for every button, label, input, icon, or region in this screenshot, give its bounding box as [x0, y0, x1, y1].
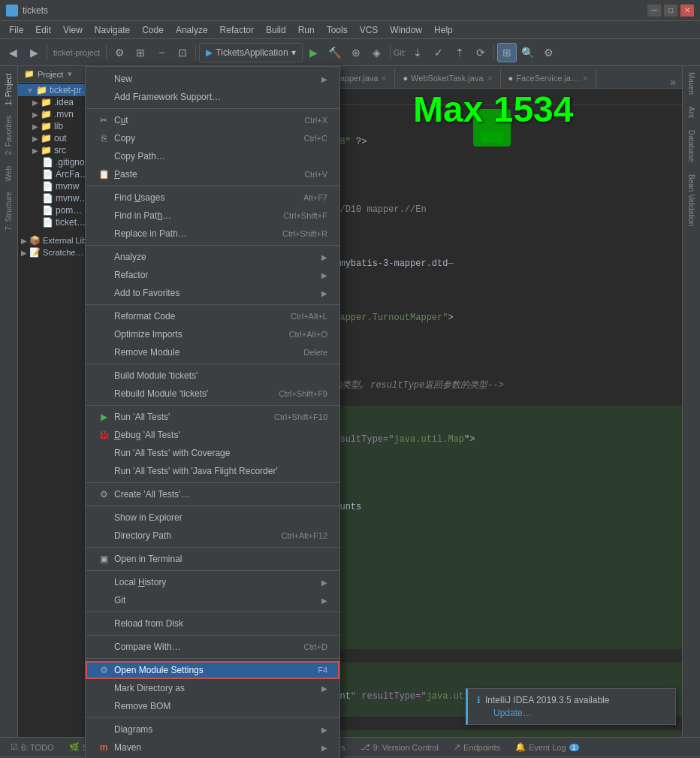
close-button[interactable]: ✕ — [680, 5, 694, 17]
cm-item-diagrams[interactable]: Diagrams ▶ — [86, 720, 339, 738]
cm-item-local-history[interactable]: Local History ▶ — [86, 573, 339, 591]
endpoints-icon: ↗ — [454, 742, 460, 752]
menu-run[interactable]: Run — [292, 23, 321, 37]
panel-dropdown-arrow[interactable]: ▾ — [68, 69, 72, 79]
run-widget-button[interactable]: ⊞ — [497, 43, 517, 62]
menu-navigate[interactable]: Navigate — [89, 23, 136, 37]
tab-more-button[interactable]: » — [664, 76, 682, 88]
sidebar-tab-web[interactable]: Web — [2, 162, 15, 186]
cm-item-mark-directory[interactable]: Mark Directory as ▶ — [86, 679, 339, 697]
cm-item-find-in-path[interactable]: Find in Path… Ctrl+Shift+F — [86, 207, 339, 225]
cm-item-copy-path[interactable]: Copy Path… — [86, 147, 339, 165]
right-tab-database[interactable]: Database — [685, 124, 698, 168]
menu-edit[interactable]: Edit — [29, 23, 57, 37]
cm-item-cut[interactable]: ✂ Cut Ctrl+X — [86, 111, 339, 129]
tab-face[interactable]: ● FaceService.ja… ✕ — [501, 68, 596, 88]
notification-icon: ℹ — [477, 695, 481, 705]
settings-gear[interactable]: ⚙ — [539, 43, 559, 62]
right-tab-bean-validation[interactable]: Bean Validation — [685, 168, 698, 232]
menu-file[interactable]: File — [3, 23, 29, 37]
cm-item-paste[interactable]: 📋 Paste Ctrl+V — [86, 165, 339, 183]
cm-item-open-terminal[interactable]: ▣ Open in Terminal — [86, 550, 339, 568]
cm-item-reformat[interactable]: Reformat Code Ctrl+Alt+L — [86, 307, 339, 325]
git-push[interactable]: ⇡ — [450, 43, 469, 62]
toolbar-layout[interactable]: ⊞ — [131, 43, 150, 62]
tab-close-ws[interactable]: ✕ — [487, 74, 493, 83]
cm-item-run-coverage[interactable]: Run 'All Tests' with Coverage — [86, 444, 339, 462]
menu-vcs[interactable]: VCS — [354, 23, 385, 37]
menu-build[interactable]: Build — [260, 23, 292, 37]
bottom-tab-todo[interactable]: ☑ 6: TODO — [3, 740, 62, 754]
cm-item-analyze[interactable]: Analyze ▶ — [86, 248, 339, 266]
tab-close-face[interactable]: ✕ — [582, 74, 588, 83]
cm-item-new[interactable]: New ▶ — [86, 70, 339, 88]
cm-open-module-shortcut: F4 — [318, 666, 327, 675]
cm-rebuild-label: Rebuild Module 'tickets' — [114, 388, 208, 399]
cm-build-module-icon — [98, 370, 110, 382]
cm-item-show-explorer[interactable]: Show in Explorer — [86, 509, 339, 527]
menu-code[interactable]: Code — [136, 23, 170, 37]
notification-update-link[interactable]: Update… — [493, 708, 532, 718]
toolbar-minus[interactable]: − — [152, 43, 171, 62]
right-tab-ant[interactable]: Ant — [685, 101, 698, 124]
cm-item-rebuild-module[interactable]: Rebuild Module 'tickets' Ctrl+Shift+F9 — [86, 385, 339, 403]
tree-expand-icon: ▼ — [26, 86, 34, 95]
cm-item-copy[interactable]: ⎘ Copy Ctrl+C — [86, 129, 339, 147]
back-button[interactable]: ◀ — [3, 43, 23, 62]
bottom-tab-event-log[interactable]: 🔔 Event Log 1 — [508, 740, 587, 754]
cm-item-add-framework[interactable]: Add Framework Support… — [86, 88, 339, 106]
forward-button[interactable]: ▶ — [24, 43, 44, 62]
build-button[interactable]: 🔨 — [325, 43, 345, 62]
bottom-tab-endpoints[interactable]: ↗ Endpoints — [446, 740, 508, 754]
coverage-button[interactable]: ⊛ — [346, 43, 366, 62]
toolbar: ◀ ▶ ticket-project ⚙ ⊞ − ⊡ ▶ TicketsAppl… — [0, 39, 700, 66]
cm-reload-icon — [98, 618, 110, 630]
cm-item-replace-in-path[interactable]: Replace in Path… Ctrl+Shift+R — [86, 225, 339, 243]
cm-item-run-tests[interactable]: ▶ Run 'All Tests' Ctrl+Shift+F10 — [86, 408, 339, 426]
cm-item-debug-tests[interactable]: 🐞 Debug 'All Tests' — [86, 426, 339, 444]
cm-item-maven[interactable]: m Maven ▶ — [86, 738, 339, 756]
git-history[interactable]: ⟳ — [471, 43, 490, 62]
toolbar-settings[interactable]: ⚙ — [110, 43, 129, 62]
sidebar-tab-project[interactable]: 1: Project — [2, 69, 15, 110]
sidebar-tab-structure[interactable]: 7: Structure — [2, 187, 15, 235]
toolbar-expand[interactable]: ⊡ — [173, 43, 192, 62]
cm-item-remove-module[interactable]: Remove Module Delete — [86, 343, 339, 361]
run-button[interactable]: ▶ — [304, 43, 324, 62]
cm-item-build-module[interactable]: Build Module 'tickets' — [86, 367, 339, 385]
cm-item-reload[interactable]: Reload from Disk — [86, 615, 339, 633]
event-log-badge: 1 — [569, 744, 579, 751]
sidebar-tab-favorites[interactable]: 2: Favorites — [2, 111, 15, 159]
run-config-dropdown[interactable]: ▶ TicketsApplication ▾ — [199, 43, 302, 62]
menu-view[interactable]: View — [57, 23, 89, 37]
menu-analyze[interactable]: Analyze — [170, 23, 214, 37]
menu-window[interactable]: Window — [384, 23, 428, 37]
cm-item-create-tests[interactable]: ⚙ Create 'All Tests'… — [86, 485, 339, 503]
cm-item-refactor[interactable]: Refactor ▶ — [86, 266, 339, 284]
tab-label-face: FaceService.ja… — [516, 74, 579, 83]
git-update[interactable]: ⇣ — [408, 43, 427, 62]
cm-item-compare[interactable]: Compare With… Ctrl+D — [86, 638, 339, 656]
cm-item-open-module-settings[interactable]: ⚙ Open Module Settings F4 — [86, 661, 339, 679]
right-tab-maven[interactable]: Maven — [685, 66, 698, 101]
git-commit[interactable]: ✓ — [429, 43, 448, 62]
cm-item-git[interactable]: Git ▶ — [86, 591, 339, 609]
dropdown-arrow: ▾ — [291, 47, 296, 58]
minimize-button[interactable]: ─ — [647, 5, 661, 17]
menu-refactor[interactable]: Refactor — [214, 23, 260, 37]
profile-button[interactable]: ◈ — [367, 43, 387, 62]
cm-item-optimize-imports[interactable]: Optimize Imports Ctrl+Alt+O — [86, 325, 339, 343]
tab-close-java[interactable]: ✕ — [381, 74, 387, 83]
menu-help[interactable]: Help — [428, 23, 459, 37]
tab-websocket[interactable]: ● WebSoketTask.java ✕ — [395, 68, 500, 88]
bottom-tab-version-control[interactable]: ⎇ 9: Version Control — [353, 740, 446, 754]
cm-item-find-usages[interactable]: Find Usages Alt+F7 — [86, 189, 339, 207]
maximize-button[interactable]: □ — [664, 5, 677, 17]
cm-item-directory-path[interactable]: Directory Path Ctrl+Alt+F12 — [86, 527, 339, 545]
cm-new-arrow: ▶ — [321, 75, 327, 83]
cm-item-remove-bom[interactable]: Remove BOM — [86, 697, 339, 715]
cm-item-run-jfr[interactable]: Run 'All Tests' with 'Java Flight Record… — [86, 462, 339, 480]
search-everywhere[interactable]: 🔍 — [518, 43, 538, 62]
menu-tools[interactable]: Tools — [321, 23, 354, 37]
cm-item-add-favorites[interactable]: Add to Favorites ▶ — [86, 284, 339, 302]
